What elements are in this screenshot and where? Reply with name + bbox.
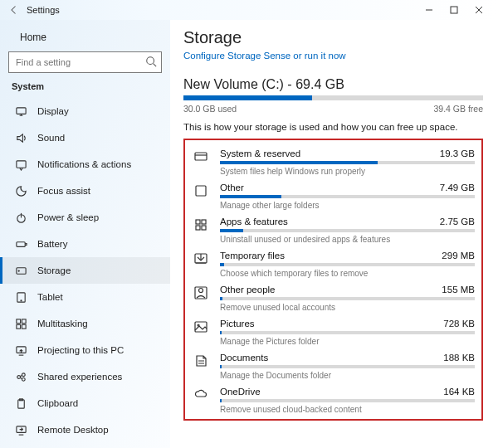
category-size: 299 MB <box>442 251 475 261</box>
sidebar-item-shared-experiences[interactable]: Shared experiences <box>0 363 170 390</box>
svg-rect-13 <box>22 324 26 329</box>
svg-point-9 <box>20 299 21 300</box>
sidebar-item-battery[interactable]: Battery <box>0 231 170 257</box>
category-size: 155 MB <box>442 285 475 295</box>
svg-point-28 <box>199 289 203 293</box>
volume-usage-labels: 30.0 GB used 39.4 GB free <box>183 104 483 114</box>
search-icon <box>145 56 157 69</box>
focus-assist-icon <box>14 184 27 197</box>
category-size: 164 KB <box>443 387 475 397</box>
content: Storage Configure Storage Sense or run i… <box>170 20 498 448</box>
category-pictures[interactable]: Pictures728 KBManage the Pictures folder <box>190 314 476 348</box>
category-bar <box>220 229 475 232</box>
category-bar <box>220 195 475 198</box>
back-icon[interactable] <box>7 5 22 15</box>
sidebar-item-label: Projecting to this PC <box>37 345 124 355</box>
category-bar <box>220 297 475 300</box>
category-desc: Manage the Pictures folder <box>220 337 475 346</box>
close-button[interactable] <box>466 0 491 20</box>
category-size: 2.75 GB <box>440 217 475 226</box>
category-temporary-files[interactable]: Temporary files299 MBChoose which tempor… <box>190 246 476 280</box>
sidebar-section-label: System <box>0 81 170 98</box>
sidebar-item-label: Notifications & actions <box>37 159 131 169</box>
sidebar-home[interactable]: Home <box>0 27 170 51</box>
category-system-reserved[interactable]: System & reserved19.3 GBSystem files hel… <box>190 144 476 178</box>
sidebar-item-clipboard[interactable]: Clipboard <box>0 390 170 416</box>
remote-desktop-icon <box>14 423 27 436</box>
category-size: 188 KB <box>443 353 475 363</box>
notifications-actions-icon <box>14 158 27 171</box>
sound-icon <box>14 131 27 144</box>
svg-point-16 <box>22 373 25 376</box>
sidebar-item-storage[interactable]: Storage <box>0 257 170 284</box>
category-apps-features[interactable]: Apps & features2.75 GBUninstall unused o… <box>190 212 476 246</box>
multitasking-icon <box>14 317 27 330</box>
used-label: 30.0 GB used <box>183 104 237 114</box>
category-other[interactable]: Other7.49 GBManage other large folders <box>190 178 476 212</box>
maximize-button[interactable] <box>442 0 466 20</box>
sidebar-item-sound[interactable]: Sound <box>0 124 170 151</box>
category-bar <box>220 365 475 368</box>
category-bar <box>220 263 475 266</box>
category-desc: Manage the Documents folder <box>220 371 475 380</box>
minimize-button[interactable] <box>417 0 442 20</box>
category-icon <box>192 149 210 176</box>
configure-storage-sense-link[interactable]: Configure Storage Sense or run it now <box>183 51 483 61</box>
category-other-people[interactable]: Other people155 MBRemove unused local ac… <box>190 280 476 314</box>
clipboard-icon <box>14 397 27 410</box>
search-input[interactable] <box>8 51 162 73</box>
display-icon <box>14 105 27 118</box>
sidebar-item-power-sleep[interactable]: Power & sleep <box>0 204 170 231</box>
storage-icon <box>14 264 27 277</box>
svg-rect-23 <box>196 220 200 224</box>
svg-point-15 <box>17 375 20 378</box>
svg-rect-18 <box>17 399 24 407</box>
sidebar-item-label: Battery <box>37 239 67 249</box>
free-label: 39.4 GB free <box>433 104 483 114</box>
category-desc: Remove unused cloud-backed content <box>220 405 475 414</box>
category-icon <box>192 251 210 278</box>
category-name: Documents <box>220 353 268 363</box>
svg-rect-12 <box>16 324 20 329</box>
volume-title: New Volume (C:) - 69.4 GB <box>183 77 483 92</box>
category-name: Pictures <box>220 319 255 329</box>
sidebar-item-label: Multitasking <box>37 319 88 329</box>
sidebar-nav: DisplaySoundNotifications & actionsFocus… <box>0 98 170 443</box>
titlebar: Settings <box>0 0 498 20</box>
category-desc: System files help Windows run properly <box>220 167 475 176</box>
category-size: 19.3 GB <box>440 149 475 158</box>
search-wrap <box>8 51 162 73</box>
sidebar-home-label: Home <box>20 32 46 43</box>
sidebar-item-tablet[interactable]: Tablet <box>0 284 170 310</box>
sidebar-item-notifications-actions[interactable]: Notifications & actions <box>0 151 170 178</box>
category-onedrive[interactable]: OneDrive164 KBRemove unused cloud-backed… <box>190 382 476 416</box>
svg-point-17 <box>22 377 25 381</box>
category-name: System & reserved <box>220 149 300 158</box>
svg-rect-25 <box>196 226 200 230</box>
sidebar-item-projecting-to-this-pc[interactable]: Projecting to this PC <box>0 337 170 363</box>
sidebar-item-label: Focus assist <box>37 186 90 196</box>
sidebar: Home System DisplaySoundNotifications & … <box>0 20 170 448</box>
power-sleep-icon <box>14 211 27 224</box>
categories-box: System & reserved19.3 GBSystem files hel… <box>183 139 483 421</box>
sidebar-item-label: Storage <box>37 265 71 275</box>
sidebar-item-display[interactable]: Display <box>0 98 170 124</box>
sidebar-item-remote-desktop[interactable]: Remote Desktop <box>0 416 170 443</box>
page-title: Storage <box>183 28 483 47</box>
category-icon <box>192 387 210 414</box>
volume-usage-bar <box>183 95 483 100</box>
svg-rect-26 <box>202 226 206 230</box>
category-name: Other people <box>220 285 276 295</box>
category-icon <box>192 217 210 244</box>
intro-text: This is how your storage is used and how… <box>183 122 483 132</box>
category-documents[interactable]: Documents188 KBManage the Documents fold… <box>190 348 476 382</box>
sidebar-item-multitasking[interactable]: Multitasking <box>0 310 170 337</box>
svg-rect-5 <box>16 241 24 246</box>
category-desc: Remove unused local accounts <box>220 303 475 312</box>
category-icon <box>192 285 210 312</box>
sidebar-item-focus-assist[interactable]: Focus assist <box>0 178 170 204</box>
category-icon <box>192 353 210 380</box>
category-name: Apps & features <box>220 217 288 226</box>
svg-rect-3 <box>16 160 25 167</box>
sidebar-item-label: Display <box>37 106 69 116</box>
